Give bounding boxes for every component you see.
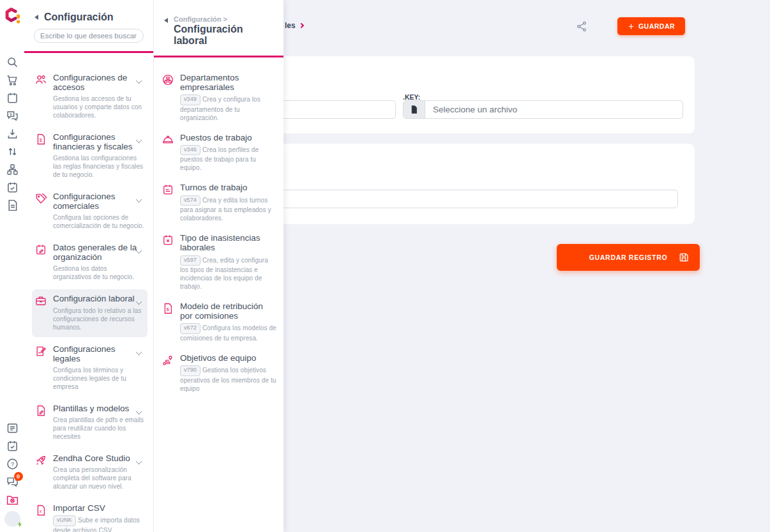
folder-media-icon[interactable]: [6, 493, 19, 506]
chat-dollar-icon[interactable]: $: [6, 109, 19, 123]
modules-icon[interactable]: [6, 163, 19, 176]
download-icon[interactable]: [6, 127, 19, 141]
item-title: Departamentos empresariales: [180, 73, 278, 92]
item-title: Configuraciones legales: [53, 344, 145, 363]
panel2-breadcrumb: Configuración >: [174, 15, 275, 23]
guardar-button-label: GUARDAR: [638, 22, 675, 30]
chat-badge: 0: [14, 472, 23, 481]
item-desc: Configura las opciones de comercializaci…: [53, 213, 145, 230]
version-badge: v790: [180, 365, 200, 376]
item-desc: Gestiona las configuraciones las reglas …: [53, 154, 145, 179]
item-title: Turnos de trabajo: [180, 183, 278, 192]
cart-icon[interactable]: [6, 73, 19, 87]
file-input-placeholder: Seleccione un archivo: [425, 101, 517, 118]
chevron-right-icon: [298, 23, 303, 28]
search-icon[interactable]: [6, 56, 19, 69]
sidebar-header: Configuración: [24, 0, 153, 23]
text-field-wide[interactable]: [230, 190, 678, 208]
form-card-top: .KEY: Seleccione un archivo: [217, 56, 695, 133]
save-icon: [678, 252, 690, 263]
item-title: Zendha Core Studio: [53, 453, 145, 463]
sidebar-item-financieras[interactable]: $ Configuraciones financieras y fiscales…: [32, 128, 147, 185]
item-turnos-de-trabajo[interactable]: Turnos de trabajo v574Crea y edita los t…: [162, 183, 278, 222]
search-input[interactable]: [34, 29, 144, 43]
back-icon[interactable]: [34, 15, 38, 20]
svg-text:x: x: [40, 509, 42, 514]
item-title: Objetivos de equipo: [180, 353, 278, 363]
sidebar-item-plantillas[interactable]: Plantillas y modelos Crea plantillas de …: [32, 399, 147, 446]
sidebar-item-importar-csv[interactable]: x Importar CSV vUNKSube e importa datos …: [32, 499, 147, 532]
item-title: Configuraciones financieras y fiscales: [53, 132, 145, 151]
item-departamentos-empresariales[interactable]: Departamentos empresariales v349Crea y c…: [162, 73, 278, 122]
calendar-check-icon[interactable]: [6, 439, 19, 453]
sidebar-item-comerciales[interactable]: Configuraciones comerciales Configura la…: [32, 187, 147, 236]
app-rail: $ ? 0: [0, 0, 24, 532]
breadcrumb: les: [285, 21, 303, 30]
item-desc: Crea plantillas de pdfs e emails para re…: [53, 416, 145, 441]
panel2-title: Configuración laboral: [174, 24, 275, 47]
item-title: Tipo de inasistencias laborales: [180, 233, 278, 252]
svg-text:$: $: [39, 137, 42, 143]
item-tipo-de-inasistencias[interactable]: Tipo de inasistencias laborales v597Crea…: [162, 233, 278, 291]
item-desc: Configura los términos y condiciones leg…: [53, 366, 145, 391]
doc-pencil-icon: [34, 404, 47, 417]
back-icon[interactable]: [164, 18, 168, 23]
file-icon: [404, 101, 425, 118]
rail-bottom-icons: ? 0: [4, 422, 20, 527]
version-badge: v597: [180, 255, 200, 266]
doc-signature-icon: [34, 345, 47, 358]
chats-icon[interactable]: 0: [6, 475, 19, 489]
form-card-bottom: [217, 144, 695, 224]
avatar[interactable]: [4, 511, 20, 527]
sidebar-item-legales[interactable]: Configuraciones legales Configura los té…: [32, 340, 147, 397]
plus-icon: [628, 23, 635, 30]
tags-icon: [34, 192, 47, 205]
calendar-pencil-icon: [34, 243, 47, 256]
item-desc: Configura todo lo relativo a las configu…: [53, 307, 145, 331]
calendar-check-icon[interactable]: [6, 181, 19, 194]
sidebar-item-zendha-core-studio[interactable]: Zendha Core Studio Crea una personalizac…: [32, 449, 147, 496]
calendar-icon[interactable]: [6, 91, 19, 105]
calendar-shift-icon: [162, 183, 174, 196]
sort-icon[interactable]: [6, 145, 19, 158]
departments-icon: [162, 73, 174, 86]
doc-csv-icon: x: [34, 504, 47, 517]
svg-text:$: $: [10, 112, 12, 116]
sidebar-item-datos-generales[interactable]: Datos generales de la organización Gesti…: [32, 238, 147, 287]
config-sidebar: Configuración Configuraciones de accesos…: [24, 0, 154, 532]
item-objetivos-de-equipo[interactable]: Objetivos de equipo v790Gestiona los obj…: [162, 353, 278, 393]
svg-text:$: $: [166, 307, 169, 312]
item-desc: Gestiona los accesos de tu usuarios y co…: [53, 95, 145, 119]
breadcrumb-fragment: les: [285, 21, 296, 30]
version-badge: vUNK: [53, 515, 76, 526]
item-title: Modelo de retribución por comisiones: [180, 301, 278, 321]
list-icon[interactable]: [6, 422, 19, 435]
config-laboral-panel: Configuración > Configuración laboral De…: [154, 0, 283, 532]
sidebar-item-accesos[interactable]: Configuraciones de accesos Gestiona los …: [32, 68, 147, 125]
calendar-x-icon: [162, 234, 174, 247]
zendha-logo[interactable]: [4, 8, 21, 27]
hardhat-icon: [162, 133, 174, 146]
guardar-registro-button[interactable]: GUARDAR REGISTRO: [557, 244, 700, 271]
item-title: Puestos de trabajo: [180, 133, 278, 142]
version-badge: v574: [180, 195, 200, 206]
guardar-button[interactable]: GUARDAR: [617, 17, 685, 35]
key-file-input[interactable]: Seleccione un archivo: [403, 100, 683, 119]
item-modelo-retribucion[interactable]: $ Modelo de retribución por comisiones v…: [162, 301, 278, 342]
item-title: Importar CSV: [53, 503, 145, 513]
rail-top-icons: $: [6, 56, 19, 212]
sidebar-item-config-laboral[interactable]: Configuración laboral Configura todo lo …: [32, 289, 147, 337]
route-icon: [162, 354, 174, 367]
item-title: Datos generales de la organización: [53, 243, 145, 262]
version-badge: v346: [180, 145, 200, 156]
bolt-icon: [16, 521, 24, 528]
item-desc: Crea una personalización completa del so…: [53, 466, 145, 490]
guardar-registro-label: GUARDAR REGISTRO: [589, 254, 668, 261]
item-title: Configuraciones comerciales: [53, 192, 145, 211]
item-puestos-de-trabajo[interactable]: Puestos de trabajo v346Crea los perfiles…: [162, 133, 278, 172]
item-title: Configuraciones de accesos: [53, 73, 145, 92]
item-title: Plantillas y modelos: [53, 404, 145, 413]
help-icon[interactable]: ?: [6, 457, 19, 471]
share-icon[interactable]: [576, 20, 588, 33]
document-icon[interactable]: [6, 199, 19, 212]
